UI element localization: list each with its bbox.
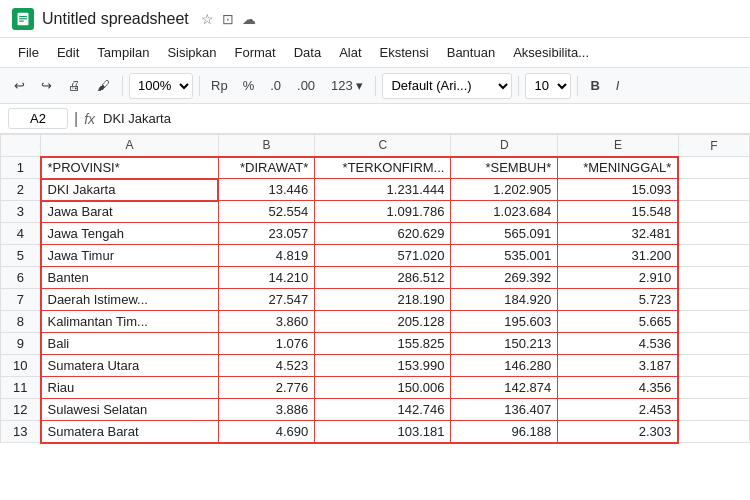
cell-c3[interactable]: 1.091.786 (315, 201, 451, 223)
cell-e10[interactable]: 3.187 (558, 355, 679, 377)
menu-tampilan[interactable]: Tampilan (89, 42, 157, 63)
spreadsheet-title[interactable]: Untitled spreadsheet (42, 10, 189, 28)
cell-f10[interactable] (678, 355, 749, 377)
cell-d11[interactable]: 142.874 (451, 377, 558, 399)
cell-a8[interactable]: Kalimantan Tim... (41, 311, 219, 333)
star-icon[interactable]: ☆ (201, 11, 214, 27)
cell-f12[interactable] (678, 399, 749, 421)
col-header-f[interactable]: F (678, 135, 749, 157)
cell-d13[interactable]: 96.188 (451, 421, 558, 443)
cell-c4[interactable]: 620.629 (315, 223, 451, 245)
cell-a2[interactable]: DKI Jakarta (41, 179, 219, 201)
cell-f3[interactable] (678, 201, 749, 223)
cell-reference-input[interactable] (8, 108, 68, 129)
cell-e2[interactable]: 15.093 (558, 179, 679, 201)
cell-c7[interactable]: 218.190 (315, 289, 451, 311)
dec-decimals-button[interactable]: .0 (264, 75, 287, 96)
cell-c8[interactable]: 205.128 (315, 311, 451, 333)
undo-button[interactable]: ↩ (8, 75, 31, 96)
cell-d7[interactable]: 184.920 (451, 289, 558, 311)
cell-a5[interactable]: Jawa Timur (41, 245, 219, 267)
cell-d10[interactable]: 146.280 (451, 355, 558, 377)
cell-b8[interactable]: 3.860 (218, 311, 314, 333)
cell-e9[interactable]: 4.536 (558, 333, 679, 355)
cell-b11[interactable]: 2.776 (218, 377, 314, 399)
formula-input[interactable] (103, 111, 742, 126)
cell-e8[interactable]: 5.665 (558, 311, 679, 333)
cell-a7[interactable]: Daerah Istimew... (41, 289, 219, 311)
cell-b9[interactable]: 1.076 (218, 333, 314, 355)
cell-c6[interactable]: 286.512 (315, 267, 451, 289)
cell-f1[interactable] (678, 157, 749, 179)
redo-button[interactable]: ↪ (35, 75, 58, 96)
italic-button[interactable]: I (610, 75, 626, 96)
cell-a11[interactable]: Riau (41, 377, 219, 399)
cell-f11[interactable] (678, 377, 749, 399)
cell-d12[interactable]: 136.407 (451, 399, 558, 421)
percent-button[interactable]: % (237, 75, 261, 96)
cell-f4[interactable] (678, 223, 749, 245)
cell-e4[interactable]: 32.481 (558, 223, 679, 245)
cell-d9[interactable]: 150.213 (451, 333, 558, 355)
menu-edit[interactable]: Edit (49, 42, 87, 63)
cell-c13[interactable]: 103.181 (315, 421, 451, 443)
cell-f6[interactable] (678, 267, 749, 289)
cell-a10[interactable]: Sumatera Utara (41, 355, 219, 377)
cell-e12[interactable]: 2.453 (558, 399, 679, 421)
more-formats-button[interactable]: 123 ▾ (325, 75, 369, 96)
menu-format[interactable]: Format (227, 42, 284, 63)
cell-d5[interactable]: 535.001 (451, 245, 558, 267)
cell-b2[interactable]: 13.446 (218, 179, 314, 201)
cell-b5[interactable]: 4.819 (218, 245, 314, 267)
cell-b13[interactable]: 4.690 (218, 421, 314, 443)
cell-d6[interactable]: 269.392 (451, 267, 558, 289)
cell-b4[interactable]: 23.057 (218, 223, 314, 245)
cell-c5[interactable]: 571.020 (315, 245, 451, 267)
cell-a9[interactable]: Bali (41, 333, 219, 355)
cell-e13[interactable]: 2.303 (558, 421, 679, 443)
cell-e6[interactable]: 2.910 (558, 267, 679, 289)
cell-b3[interactable]: 52.554 (218, 201, 314, 223)
cell-f2[interactable] (678, 179, 749, 201)
bold-button[interactable]: B (584, 75, 605, 96)
cell-f9[interactable] (678, 333, 749, 355)
col-header-b[interactable]: B (218, 135, 314, 157)
cell-a4[interactable]: Jawa Tengah (41, 223, 219, 245)
cell-e3[interactable]: 15.548 (558, 201, 679, 223)
cell-c10[interactable]: 153.990 (315, 355, 451, 377)
menu-ekstensi[interactable]: Ekstensi (372, 42, 437, 63)
cell-a12[interactable]: Sulawesi Selatan (41, 399, 219, 421)
currency-button[interactable]: Rp (206, 76, 233, 95)
cell-f8[interactable] (678, 311, 749, 333)
cell-a3[interactable]: Jawa Barat (41, 201, 219, 223)
menu-file[interactable]: File (10, 42, 47, 63)
menu-sisipkan[interactable]: Sisipkan (159, 42, 224, 63)
cell-b12[interactable]: 3.886 (218, 399, 314, 421)
cell-d3[interactable]: 1.023.684 (451, 201, 558, 223)
font-size-select[interactable]: 10 (525, 73, 571, 99)
cell-c1[interactable]: *TERKONFIRM... (315, 157, 451, 179)
cell-b1[interactable]: *DIRAWAT* (218, 157, 314, 179)
menu-alat[interactable]: Alat (331, 42, 369, 63)
cell-c12[interactable]: 142.746 (315, 399, 451, 421)
cell-d8[interactable]: 195.603 (451, 311, 558, 333)
inc-decimals-button[interactable]: .00 (291, 75, 321, 96)
cell-a6[interactable]: Banten (41, 267, 219, 289)
cell-e7[interactable]: 5.723 (558, 289, 679, 311)
col-header-e[interactable]: E (558, 135, 679, 157)
cell-b6[interactable]: 14.210 (218, 267, 314, 289)
menu-bantuan[interactable]: Bantuan (439, 42, 503, 63)
cell-e1[interactable]: *MENINGGAL* (558, 157, 679, 179)
cell-c9[interactable]: 155.825 (315, 333, 451, 355)
col-header-c[interactable]: C (315, 135, 451, 157)
cell-f13[interactable] (678, 421, 749, 443)
zoom-select[interactable]: 100% (129, 73, 193, 99)
cell-b10[interactable]: 4.523 (218, 355, 314, 377)
menu-data[interactable]: Data (286, 42, 329, 63)
paint-format-button[interactable]: 🖌 (91, 75, 116, 96)
cell-d4[interactable]: 565.091 (451, 223, 558, 245)
print-button[interactable]: 🖨 (62, 75, 87, 96)
cell-c11[interactable]: 150.006 (315, 377, 451, 399)
cell-c2[interactable]: 1.231.444 (315, 179, 451, 201)
cell-a1[interactable]: *PROVINSI* (41, 157, 219, 179)
